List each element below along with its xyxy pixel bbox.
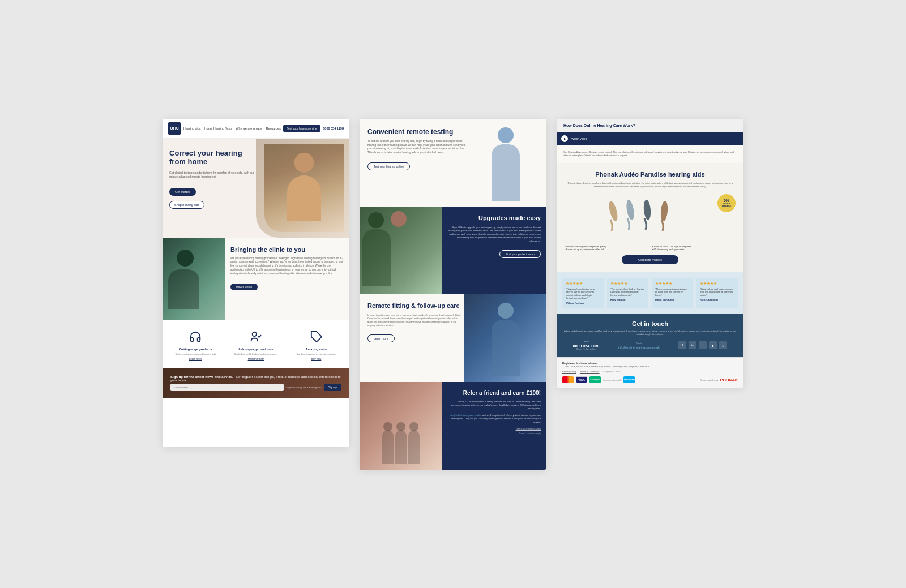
footer-privacy-link[interactable]: Privacy Policy: [562, 370, 576, 373]
panel-2: Convenient remote testing To find out wh…: [360, 119, 546, 470]
nav-link-hearing-aids[interactable]: Hearing aids: [183, 127, 201, 130]
contact-phone-number[interactable]: 0800 054 1138: [573, 344, 600, 348]
feature-desc-2: Backed by world-leading audiology expert…: [228, 353, 285, 356]
referral-group-image: [360, 382, 442, 470]
contact-section: Get in touch All our audiologists are hi…: [557, 314, 743, 357]
upgrades-cta-button[interactable]: Find your perfect setup: [499, 250, 541, 258]
reviewer-3: David, Edinburgh: [655, 298, 690, 301]
phonak-feature-4: 60-day money back guarantee: [652, 248, 736, 251]
contact-email-item: Email info@onlinehearingcare.co.uk: [618, 342, 660, 349]
nav-link-tests[interactable]: Home Hearing Tests: [204, 127, 233, 130]
compare-models-button[interactable]: Compare models: [622, 255, 678, 264]
remote-cta-button[interactable]: Test your hearing online: [367, 162, 410, 170]
reviewer-4: Ruth, Cambridge: [700, 298, 734, 301]
facebook-icon[interactable]: f: [678, 341, 686, 349]
newsletter-title: Sign up for the latest news and advice. …: [170, 375, 341, 382]
hero-content: Correct your hearing from home Get clini…: [169, 149, 254, 209]
svg-point-0: [253, 332, 257, 336]
payment-icons: MC VISA ★ Trustpilot in association with…: [562, 376, 635, 383]
get-started-button[interactable]: Get started: [169, 188, 196, 196]
newsletter-form[interactable]: Do you currently use a hearing aid? Sign…: [170, 384, 341, 391]
stars-1: ★★★★★: [566, 281, 600, 286]
review-card-3: ★★★★★ "The technology is amazing and all…: [652, 278, 693, 308]
contact-subtitle: All our audiologists are highly qualifie…: [563, 329, 737, 336]
trustpilot-icon: ★ Trustpilot: [589, 376, 601, 383]
review-text-2: "The service from Online Hearing Care wa…: [610, 287, 645, 297]
instagram-icon[interactable]: in: [689, 341, 696, 349]
contact-email-label: Email: [618, 342, 660, 345]
stars-3: ★★★★★: [655, 281, 690, 286]
feature-title-3: Amazing value: [288, 347, 345, 351]
upgrades-content: Upgrades made easy If you'd like to upgr…: [447, 214, 541, 258]
shop-hearing-aids-button[interactable]: Shop hearing aids: [169, 201, 204, 209]
logo-icon: OHC: [168, 122, 181, 135]
google-icon[interactable]: g: [719, 341, 727, 349]
newsletter-email-input[interactable]: [170, 384, 284, 391]
newsletter-section: Sign up for the latest news and advice. …: [163, 368, 349, 398]
nav-cta-button[interactable]: Test your hearing online: [283, 125, 320, 132]
finance-badge: 0% FINANCE AVAILABLE: [717, 194, 736, 212]
reviewer-2: Kelly, Preston: [610, 298, 645, 301]
clinic-image: [163, 238, 225, 320]
hearing-aids-svg: [593, 194, 707, 239]
play-button[interactable]: [561, 135, 568, 142]
referral-image: [360, 382, 442, 470]
reviews-row: ★★★★★ "Very good combination of an easy …: [562, 278, 738, 308]
headphones-icon: [187, 328, 204, 345]
feature-link-2[interactable]: Meet the team: [228, 358, 285, 360]
ref-body-1: [382, 430, 394, 464]
review-card-1: ★★★★★ "Very good combination of an easy …: [562, 278, 604, 308]
svg-point-2: [608, 200, 619, 222]
contact-email-address[interactable]: info@onlinehearingcare.co.uk: [618, 346, 660, 349]
review-card-4: ★★★★★ "Great advice and customer care fr…: [696, 278, 738, 308]
ref-body-3: [408, 430, 420, 464]
feature-cutting-edge: Cutting-edge products Swiss precision-en…: [167, 328, 224, 361]
fitting-cta-button[interactable]: Learn more: [367, 334, 395, 342]
terms-conditions-text: Terms & conditions apply: [447, 432, 541, 435]
footer-terms-link[interactable]: Terms & Conditions: [580, 370, 600, 373]
mastercard-icon: MC: [562, 376, 574, 383]
panel-1: OHC Hearing aids Home Hearing Tests Why …: [163, 119, 349, 447]
fitting-text: In order to get the very best out of you…: [367, 314, 464, 327]
phonak-recommended-text: Recommended by: [700, 379, 718, 381]
feature-link-1[interactable]: Learn more: [167, 358, 224, 360]
twitter-icon[interactable]: t: [699, 341, 707, 349]
feature-title-1: Cutting-edge products: [167, 347, 224, 351]
upgrades-text: If you'd like to upgrade your existing s…: [447, 226, 541, 243]
phonak-title: Phonak Audéo Paradise hearing aids: [565, 171, 736, 178]
clinic-text: Are you experiencing hearing problems or…: [230, 257, 344, 276]
footer-links: Privacy Policy Terms & Conditions Copyri…: [562, 370, 738, 373]
social-icons: f in t ▶ g: [678, 341, 727, 349]
phonak-section: Phonak Audéo Paradise hearing aids These…: [557, 163, 743, 272]
contact-title: Get in touch: [563, 320, 737, 327]
clinic-title: Bringing the clinic to you: [230, 246, 344, 254]
features-row: Cutting-edge products Swiss precision-en…: [163, 320, 349, 369]
main-container: OHC Hearing aids Home Hearing Tests Why …: [95, 85, 811, 504]
newsletter-submit-button[interactable]: Sign up: [324, 384, 341, 391]
youtube-icon[interactable]: ▶: [709, 341, 717, 349]
how-it-works-button[interactable]: How it works: [230, 284, 258, 290]
upgrades-person2: [391, 211, 407, 227]
in-association-text: in association with: [603, 379, 621, 381]
upgrades-section: Upgrades made easy If you'd like to upgr…: [360, 207, 546, 294]
barclaycard-icon: barclaycard: [623, 376, 635, 383]
fitting-section: Remote fitting & follow-up care In order…: [360, 294, 546, 382]
ref-body-2: [395, 430, 407, 464]
nav-phone: 0800 054 1138: [323, 127, 344, 130]
nav-link-unique[interactable]: Why we are unique: [236, 127, 262, 130]
nav-link-resources[interactable]: Resources: [266, 127, 280, 130]
hearing-aids-display: 0% FINANCE AVAILABLE: [565, 194, 736, 239]
fitting-image: [464, 294, 546, 382]
referral-terms-link[interactable]: Terms & conditions apply: [447, 427, 541, 430]
phonak-logo: Recommended by PHONAK: [700, 377, 738, 383]
phonak-feature-3: Expert set-up assistance via video link: [565, 248, 648, 251]
clinic-section: Bringing the clinic to you Are you exper…: [163, 238, 349, 320]
hero-section: Correct your hearing from home Get clini…: [163, 139, 349, 238]
referral-content: Refer a friend and earn £100! Earn £100 …: [447, 390, 541, 435]
reviewer-1: William, Newbury: [566, 302, 600, 304]
feature-link-3[interactable]: Buy now: [288, 358, 345, 360]
referral-title: Refer a friend and earn £100!: [447, 390, 541, 397]
finance-available: AVAILABLE: [722, 205, 732, 207]
video-bar[interactable]: Watch video: [557, 132, 743, 145]
footer-bottom: MC VISA ★ Trustpilot in association with…: [562, 376, 738, 383]
